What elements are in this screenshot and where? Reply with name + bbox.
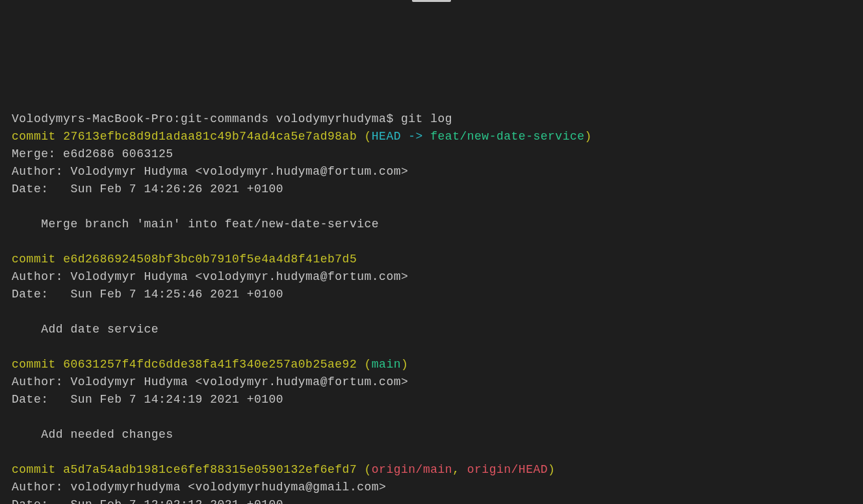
commit-hash: a5d7a54adb1981ce6fef88315e0590132ef6efd7 bbox=[63, 463, 357, 476]
ref-open: ( bbox=[357, 358, 372, 371]
terminal-output[interactable]: Volodymyrs-MacBook-Pro:git-commands volo… bbox=[12, 110, 851, 504]
commit-hash: 60631257f4fdc6dde38fa41f340e257a0b25ae92 bbox=[63, 358, 357, 371]
prompt-text: Volodymyrs-MacBook-Pro:git-commands volo… bbox=[12, 112, 401, 125]
date-line: Date: Sun Feb 7 14:24:19 2021 +0100 bbox=[12, 391, 851, 409]
ref-open: ( bbox=[357, 130, 372, 143]
commit-message: Merge branch 'main' into feat/new-date-s… bbox=[12, 216, 851, 233]
commit-line: commit 27613efbc8d9d1adaa81c49b74ad4ca5e… bbox=[12, 128, 851, 145]
branch-ref: feat/new-date-service bbox=[430, 130, 584, 143]
author-line: Author: Volodymyr Hudyma <volodymyr.hudy… bbox=[12, 163, 851, 181]
commit-message: Add needed changes bbox=[12, 426, 851, 444]
commit-hash: 27613efbc8d9d1adaa81c49b74ad4ca5e7ad98ab bbox=[63, 130, 357, 143]
remote-ref: origin/main bbox=[372, 463, 452, 476]
blank-line bbox=[12, 198, 851, 216]
commit-label: commit bbox=[12, 358, 63, 371]
commit-label: commit bbox=[12, 253, 63, 266]
head-ref: HEAD -> bbox=[372, 130, 430, 143]
date-line: Date: Sun Feb 7 14:25:46 2021 +0100 bbox=[12, 286, 851, 303]
blank-line bbox=[12, 233, 851, 251]
author-line: Author: volodymyrhudyma <volodymyrhudyma… bbox=[12, 479, 851, 496]
ref-open: ( bbox=[357, 463, 372, 476]
command-text: git log bbox=[401, 112, 452, 125]
blank-line bbox=[12, 444, 851, 461]
commit-label: commit bbox=[12, 130, 63, 143]
tab-indicator bbox=[412, 0, 451, 2]
author-line: Author: Volodymyr Hudyma <volodymyr.hudy… bbox=[12, 268, 851, 286]
branch-ref: main bbox=[372, 358, 401, 371]
blank-line bbox=[12, 303, 851, 321]
commit-line: commit e6d2686924508bf3bc0b7910f5e4a4d8f… bbox=[12, 251, 851, 268]
commit-message: Add date service bbox=[12, 321, 851, 338]
ref-close: ) bbox=[401, 358, 408, 371]
ref-sep: , bbox=[452, 463, 467, 476]
ref-close: ) bbox=[585, 130, 592, 143]
remote-ref: origin/HEAD bbox=[467, 463, 548, 476]
commit-label: commit bbox=[12, 463, 63, 476]
ref-close: ) bbox=[548, 463, 555, 476]
date-line: Date: Sun Feb 7 14:26:26 2021 +0100 bbox=[12, 181, 851, 198]
commit-line: commit 60631257f4fdc6dde38fa41f340e257a0… bbox=[12, 356, 851, 373]
author-line: Author: Volodymyr Hudyma <volodymyr.hudy… bbox=[12, 373, 851, 391]
commit-line: commit a5d7a54adb1981ce6fef88315e0590132… bbox=[12, 461, 851, 479]
blank-line bbox=[12, 338, 851, 356]
prompt-line-1: Volodymyrs-MacBook-Pro:git-commands volo… bbox=[12, 110, 851, 128]
blank-line bbox=[12, 409, 851, 426]
merge-line: Merge: e6d2686 6063125 bbox=[12, 145, 851, 163]
date-line: Date: Sun Feb 7 12:02:12 2021 +0100 bbox=[12, 496, 851, 504]
commit-hash: e6d2686924508bf3bc0b7910f5e4a4d8f41eb7d5 bbox=[63, 253, 357, 266]
